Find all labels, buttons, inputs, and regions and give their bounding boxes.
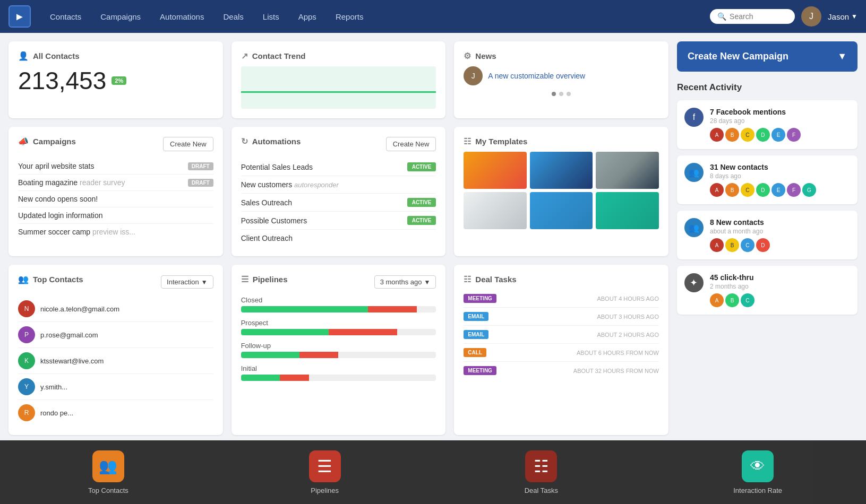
pipeline-label-prospect: Prospect xyxy=(241,319,436,327)
mini-avatar: B xyxy=(725,293,739,307)
deal-task-5[interactable]: MEETING ABOUT 32 HOURS FROM NOW xyxy=(464,362,659,379)
user-name[interactable]: Jason ▼ xyxy=(828,12,858,21)
news-dot-2[interactable] xyxy=(559,92,563,96)
bottom-item-top-contacts[interactable]: 👥 Top Contacts xyxy=(0,440,217,452)
automation-item-1[interactable]: Potential Sales Leads ACTIVE xyxy=(241,158,436,176)
activity-time-4: 2 months ago xyxy=(710,283,850,290)
mini-avatar: E xyxy=(771,128,785,142)
news-dot-1[interactable] xyxy=(552,92,556,96)
pipeline-label-initial: Initial xyxy=(241,364,436,372)
contact-email-4: y.smith... xyxy=(40,383,67,391)
automation-item-2[interactable]: New customers autoresponder xyxy=(241,176,436,194)
bottom-item-interaction-rate[interactable]: 👁 Interaction Rate xyxy=(649,440,866,452)
automation-item-4[interactable]: Possible Customers ACTIVE xyxy=(241,212,436,230)
campaign-item-4[interactable]: Updated login information xyxy=(18,207,213,224)
nav-automations[interactable]: Automations xyxy=(151,8,212,25)
contact-item-1[interactable]: N nicole.a.telon@gmail.com xyxy=(18,296,213,322)
deal-tasks-list: MEETING ABOUT 4 HOURS AGO EMAIL ABOUT 3 … xyxy=(464,290,659,379)
activity-item-clickthru: ✦ 45 click-thru 2 months ago A B C xyxy=(677,266,858,315)
template-thumb-3[interactable] xyxy=(596,152,659,189)
task-badge-5: MEETING xyxy=(464,366,496,375)
automations-title: ↻ Automations xyxy=(241,136,301,146)
deal-task-1[interactable]: MEETING ABOUT 4 HOURS AGO xyxy=(464,290,659,308)
mini-avatar: B xyxy=(725,238,739,252)
pipeline-fill-followup xyxy=(241,352,436,358)
contact-item-5[interactable]: R rondo pe... xyxy=(18,400,213,425)
nav-apps[interactable]: Apps xyxy=(290,8,325,25)
template-thumb-1[interactable] xyxy=(464,152,527,189)
nav-campaigns[interactable]: Campaigns xyxy=(92,8,149,25)
mini-avatar: E xyxy=(771,183,785,197)
right-sidebar: Create New Campaign ▼ Recent Activity f … xyxy=(677,41,858,444)
templates-grid xyxy=(464,152,659,229)
campaigns-create-button[interactable]: Create New xyxy=(163,137,213,151)
pipeline-fill-initial xyxy=(241,375,436,381)
pipeline-bar-closed xyxy=(241,306,436,312)
contacts-icon: 👤 xyxy=(18,51,29,61)
activity-time-1: 28 days ago xyxy=(710,117,850,125)
search-box[interactable]: 🔍 xyxy=(710,9,795,24)
contact-item-3[interactable]: K ktsstewart@live.com xyxy=(18,348,213,374)
contact-item-4[interactable]: Y y.smith... xyxy=(18,374,213,400)
contact-item-2[interactable]: P p.rose@gmail.com xyxy=(18,322,213,348)
bar-red-closed xyxy=(368,306,417,312)
automation-item-5[interactable]: Client Outreach xyxy=(241,230,436,247)
search-icon: 🔍 xyxy=(717,12,726,21)
pipeline-item-initial: Initial xyxy=(241,364,436,381)
template-thumb-4[interactable] xyxy=(464,192,527,229)
facebook-icon: f xyxy=(684,108,704,127)
nav-deals[interactable]: Deals xyxy=(215,8,252,25)
pipeline-item-prospect: Prospect xyxy=(241,319,436,335)
automation-item-3[interactable]: Sales Outreach ACTIVE xyxy=(241,194,436,212)
contact-avatar-5: R xyxy=(18,404,35,421)
nav-contacts[interactable]: Contacts xyxy=(41,8,90,25)
campaign-item-1[interactable]: Your april website stats DRAFT xyxy=(18,158,213,175)
task-badge-4: CALL xyxy=(464,348,486,357)
template-thumb-5[interactable] xyxy=(530,192,593,229)
campaign-item-5[interactable]: Summer soccer camp preview iss... xyxy=(18,224,213,240)
news-dot-3[interactable] xyxy=(567,92,571,96)
bottom-item-deal-tasks[interactable]: ☷ Deal Tasks xyxy=(433,440,650,452)
pipeline-filter[interactable]: 3 months ago ▼ xyxy=(374,275,436,289)
automations-create-button[interactable]: Create New xyxy=(386,137,436,151)
mini-avatar: A xyxy=(710,128,724,142)
automation-badge-3: ACTIVE xyxy=(407,198,436,207)
nav-reports[interactable]: Reports xyxy=(327,8,372,25)
top-contacts-icon: 👥 xyxy=(18,274,29,284)
campaign-badge-1: DRAFT xyxy=(188,162,213,170)
bottom-item-pipelines[interactable]: ☰ Pipelines xyxy=(217,440,433,452)
deal-task-3[interactable]: EMAIL ABOUT 2 HOURS AGO xyxy=(464,326,659,344)
activity-item-facebook: f 7 Facebook mentions 28 days ago A B C … xyxy=(677,100,858,149)
deal-task-2[interactable]: EMAIL ABOUT 3 HOURS AGO xyxy=(464,308,659,326)
create-campaign-button[interactable]: Create New Campaign ▼ xyxy=(677,41,858,72)
deal-task-4[interactable]: CALL ABOUT 6 HOURS FROM NOW xyxy=(464,344,659,362)
news-headline[interactable]: A new customizable overview xyxy=(488,72,585,80)
trend-line xyxy=(241,91,436,93)
template-thumb-6[interactable] xyxy=(596,192,659,229)
trend-icon: ↗ xyxy=(241,51,248,61)
template-thumb-2[interactable] xyxy=(530,152,593,189)
dropdown-icon: ▼ xyxy=(837,51,847,62)
activity-content-3: 8 New contacts about a month ago A B C D xyxy=(710,218,850,252)
nav-right: 🔍 J Jason ▼ xyxy=(710,6,858,27)
interaction-filter[interactable]: Interaction ▼ xyxy=(161,275,213,289)
pipelines-header: ☰ Pipelines 3 months ago ▼ xyxy=(241,274,436,290)
deal-tasks-icon: ☷ xyxy=(464,274,471,284)
app-logo[interactable]: ► xyxy=(8,5,31,28)
nav-lists[interactable]: Lists xyxy=(254,8,288,25)
top-contacts-header: 👥 Top Contacts Interaction ▼ xyxy=(18,274,213,290)
automations-icon: ↻ xyxy=(241,136,248,146)
top-contacts-list: N nicole.a.telon@gmail.com P p.rose@gmai… xyxy=(18,296,213,425)
deal-tasks-card: ☷ Deal Tasks MEETING ABOUT 4 HOURS AGO E… xyxy=(454,265,668,435)
bottom-icon-pipelines: ☰ xyxy=(309,450,341,453)
templates-card: ☷ My Templates xyxy=(454,127,668,256)
campaign-name-2: Boating magazine reader survey xyxy=(18,178,188,187)
pipelines-icon: ☰ xyxy=(241,274,248,284)
search-input[interactable] xyxy=(730,12,787,21)
contacts-icon-3: 👥 xyxy=(684,218,704,237)
campaign-item-3[interactable]: New condo opens soon! xyxy=(18,191,213,207)
all-contacts-title: 👤 All Contacts xyxy=(18,51,213,61)
bottom-icon-deal-tasks: ☷ xyxy=(525,450,557,453)
campaign-item-2[interactable]: Boating magazine reader survey DRAFT xyxy=(18,175,213,191)
pipeline-label-closed: Closed xyxy=(241,296,436,304)
